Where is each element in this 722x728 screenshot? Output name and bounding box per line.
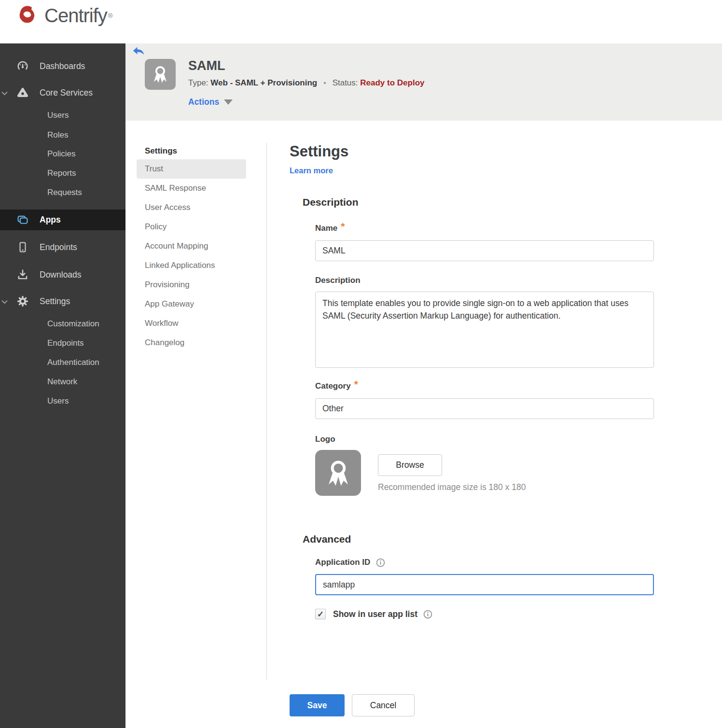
apps-icon [16, 214, 29, 226]
sidebar-label-core-services: Core Services [40, 88, 93, 98]
learn-more-link[interactable]: Learn more [290, 166, 333, 175]
sidebar-label-dashboards: Dashboards [40, 61, 85, 71]
subnav-item-policy[interactable]: Policy [137, 217, 246, 237]
logo-row: Browse Recommended image size is 180 x 1… [315, 450, 656, 496]
app-title: SAML [188, 58, 225, 73]
actions-menu-button[interactable]: Actions [188, 97, 233, 107]
sidebar-label-endpoints: Endpoints [40, 242, 77, 252]
info-icon[interactable] [423, 610, 432, 619]
status-value: Ready to Deploy [360, 78, 424, 87]
meta-separator: • [323, 78, 326, 87]
application-id-label-row: Application ID [315, 558, 656, 567]
show-in-app-list-label: Show in user app list [333, 609, 417, 619]
gear-icon [16, 295, 29, 308]
subnav-item-app-gateway[interactable]: App Gateway [137, 294, 246, 314]
subnav-item-account-mapping[interactable]: Account Mapping [137, 237, 246, 256]
save-button[interactable]: Save [290, 694, 345, 716]
vertical-divider [266, 143, 267, 680]
award-ribbon-icon [150, 64, 171, 85]
sidebar-item-roles[interactable]: Roles [0, 128, 125, 142]
sidebar-label-users: Users [47, 111, 69, 120]
category-label-row: Category * [315, 380, 656, 392]
page-title: Settings [290, 143, 656, 160]
sidebar-item-users[interactable]: Users [0, 108, 125, 123]
sidebar: Dashboards Core Services Users Roles Pol… [0, 43, 125, 728]
logo-preview [315, 450, 361, 496]
brand-name: Centrify [44, 5, 107, 27]
info-icon[interactable] [376, 558, 385, 567]
subnav-item-changelog[interactable]: Changelog [137, 333, 246, 352]
sidebar-item-core-services[interactable]: Core Services [0, 82, 125, 103]
logo-size-hint: Recommended image size is 180 x 180 [378, 482, 526, 492]
settings-subnav: Settings Trust SAML Response User Access… [137, 143, 257, 352]
category-field[interactable] [315, 398, 654, 419]
sidebar-item-apps[interactable]: Apps [0, 210, 125, 230]
sidebar-item-dashboards[interactable]: Dashboards [0, 56, 125, 77]
gauge-icon [16, 60, 29, 72]
form-buttons: Save Cancel [290, 694, 656, 716]
browse-button[interactable]: Browse [378, 454, 442, 476]
cancel-button[interactable]: Cancel [352, 694, 415, 716]
download-icon [16, 268, 29, 281]
centrify-swirl-icon [14, 3, 40, 28]
sidebar-item-settings-users[interactable]: Users [0, 394, 125, 408]
centrify-logo: Centrify ® [14, 3, 112, 28]
sidebar-label-reports: Reports [47, 168, 76, 178]
sidebar-label-requests: Requests [47, 188, 82, 197]
sidebar-item-reports[interactable]: Reports [0, 166, 125, 181]
advanced-section-heading: Advanced [303, 533, 656, 545]
sidebar-item-settings-endpoints[interactable]: Endpoints [0, 336, 125, 350]
logo-label: Logo [315, 434, 656, 444]
sidebar-label-downloads: Downloads [40, 270, 82, 280]
category-label: Category [315, 381, 351, 391]
back-arrow-icon[interactable] [133, 47, 144, 56]
core-services-icon [16, 86, 29, 99]
sidebar-item-authentication[interactable]: Authentication [0, 355, 125, 370]
sidebar-item-settings[interactable]: Settings [0, 291, 125, 312]
name-field[interactable] [315, 240, 654, 261]
sidebar-item-endpoints[interactable]: Endpoints [0, 237, 125, 258]
name-label: Name [315, 224, 337, 233]
show-in-app-list-checkbox[interactable]: ✓ [315, 609, 326, 619]
chevron-down-icon[interactable] [1, 88, 8, 98]
chevron-down-icon[interactable] [1, 296, 8, 307]
application-id-field[interactable] [315, 574, 654, 595]
settings-panel: Settings Learn more Description Name * D… [290, 143, 656, 716]
app-logo-badge [145, 59, 176, 90]
type-value: Web - SAML + Provisioning [210, 78, 317, 87]
subnav-heading: Settings [137, 143, 257, 159]
show-in-app-list-row: ✓ Show in user app list [315, 609, 656, 619]
type-label: Type: [188, 78, 208, 87]
subnav-item-saml-response[interactable]: SAML Response [137, 179, 246, 198]
app-meta: Type: Web - SAML + Provisioning • Status… [188, 78, 424, 88]
description-field[interactable]: This template enables you to provide sin… [315, 292, 654, 368]
actions-label: Actions [188, 97, 219, 107]
sidebar-item-customization[interactable]: Customization [0, 317, 125, 331]
smartphone-icon [16, 241, 29, 253]
sidebar-label-settings-endpoints: Endpoints [47, 338, 84, 348]
status-label: Status: [333, 78, 358, 87]
top-bar: Centrify ® [0, 0, 722, 43]
subnav-item-trust[interactable]: Trust [137, 159, 246, 179]
caret-down-icon [224, 99, 233, 105]
subnav-item-workflow[interactable]: Workflow [137, 314, 246, 333]
sidebar-label-settings: Settings [40, 296, 70, 307]
sidebar-label-roles: Roles [47, 130, 68, 140]
sidebar-item-requests[interactable]: Requests [0, 185, 125, 200]
application-id-label: Application ID [315, 558, 370, 567]
sidebar-label-policies: Policies [47, 149, 76, 159]
subnav-item-provisioning[interactable]: Provisioning [137, 275, 246, 294]
sidebar-label-settings-users: Users [47, 396, 69, 406]
required-asterisk: * [341, 221, 345, 232]
page-header: SAML Type: Web - SAML + Provisioning • S… [125, 43, 722, 121]
subnav-item-linked-applications[interactable]: Linked Applications [137, 256, 246, 275]
brand-trademark: ® [108, 12, 113, 19]
sidebar-item-downloads[interactable]: Downloads [0, 264, 125, 285]
sidebar-item-policies[interactable]: Policies [0, 147, 125, 161]
sidebar-item-network[interactable]: Network [0, 375, 125, 389]
sidebar-label-apps: Apps [40, 215, 61, 225]
name-label-row: Name * [315, 223, 656, 234]
sidebar-label-network: Network [47, 377, 77, 387]
subnav-item-user-access[interactable]: User Access [137, 198, 246, 217]
description-label: Description [315, 276, 656, 285]
